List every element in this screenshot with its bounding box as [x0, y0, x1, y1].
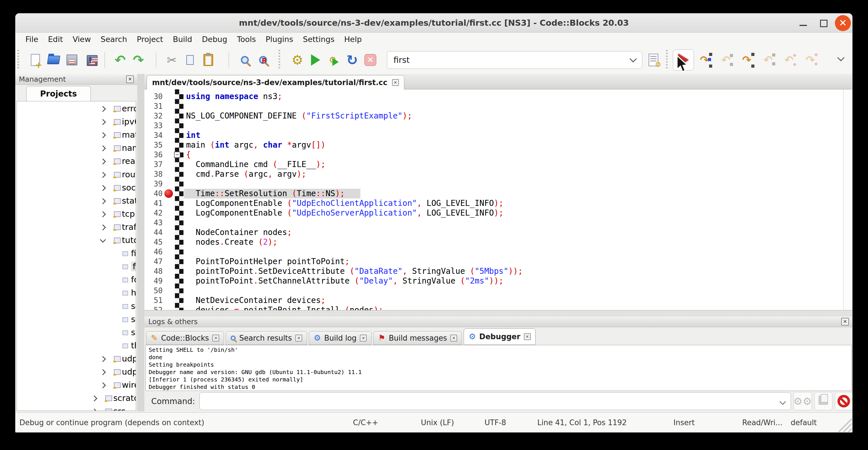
code-line-32[interactable]: 32NS_LOG_COMPONENT_DEFINE ("FirstScriptE…	[144, 111, 843, 121]
build-button[interactable]: ⚙	[289, 52, 306, 68]
tree-chevron-icon[interactable]	[100, 224, 106, 231]
tree-item-stat[interactable]: stat	[17, 195, 136, 208]
tree-chevron-icon[interactable]	[91, 395, 97, 401]
run-button[interactable]	[307, 52, 324, 68]
code-line-50[interactable]: 50	[144, 286, 843, 296]
build-target-select[interactable]: first	[387, 51, 642, 69]
tree-chevron-icon[interactable]	[100, 382, 106, 388]
tree-item-udp-[interactable]: udp-	[17, 366, 136, 379]
code-line-39[interactable]: 39	[144, 179, 843, 189]
code-line-31[interactable]: 31	[144, 101, 843, 111]
editor-tab-first-cc[interactable]: mnt/dev/tools/source/ns-3-dev/examples/t…	[147, 75, 404, 90]
tree-item-scratcl[interactable]: scratcl	[17, 392, 136, 405]
tree-item-ipv6[interactable]: ipv6	[17, 116, 136, 129]
code-line-44[interactable]: 44 NodeContainer nodes;	[144, 228, 843, 237]
various-info-button[interactable]	[814, 392, 832, 410]
log-tab-code-blocks[interactable]: ✎Code::Blocks✕	[146, 331, 224, 345]
tree-chevron-icon[interactable]	[100, 158, 106, 164]
tab-projects[interactable]: Projects	[26, 86, 91, 101]
find-button[interactable]	[237, 52, 253, 68]
log-tab-build-log[interactable]: ⚙Build log✕	[309, 331, 372, 345]
log-tab-close-icon[interactable]: ✕	[212, 335, 219, 341]
code-line-48[interactable]: 48 pointToPoint.SetDeviceAttribute ("Dat…	[144, 266, 843, 276]
undo-button[interactable]: ↶	[112, 52, 128, 68]
menu-plugins[interactable]: Plugins	[261, 35, 298, 44]
run-to-cursor-button[interactable]: ↷	[696, 52, 713, 68]
replace-button[interactable]: R	[255, 52, 271, 68]
code-line-37[interactable]: 37 CommandLine cmd (__FILE__);	[144, 160, 843, 169]
paste-button[interactable]	[200, 52, 217, 68]
log-tab-close-icon[interactable]: ✕	[524, 333, 531, 340]
menu-file[interactable]: File	[21, 35, 43, 44]
tree-chevron-icon[interactable]	[100, 185, 106, 191]
logs-close-icon[interactable]: ✕	[841, 318, 849, 326]
tree-chevron-icon[interactable]	[100, 132, 106, 138]
tree-item-fo[interactable]: fo	[17, 274, 136, 287]
close-icon[interactable]: ✕	[835, 15, 851, 31]
new-file-button[interactable]: +	[27, 52, 44, 68]
code-line-45[interactable]: 45 nodes.Create (2);	[144, 237, 843, 247]
menu-settings[interactable]: Settings	[298, 35, 340, 44]
log-tab-build-messages[interactable]: ⚑Build messages✕	[373, 331, 462, 345]
code-line-51[interactable]: 51 NetDeviceContainer devices;	[144, 296, 843, 305]
panel-splitter[interactable]	[137, 74, 144, 412]
redo-button[interactable]: ↷	[130, 52, 147, 68]
tree-item-rout[interactable]: rout	[17, 169, 136, 182]
abort-button[interactable]: ✕	[362, 52, 379, 68]
tree-item-erro[interactable]: erro	[17, 102, 136, 116]
tree-item-reall[interactable]: reall	[17, 155, 136, 168]
management-close-icon[interactable]: ✕	[126, 76, 134, 83]
log-tab-close-icon[interactable]: ✕	[360, 335, 367, 341]
code-line-42[interactable]: 42 LogComponentEnable ("UdpEchoServerApp…	[144, 208, 843, 218]
step-into-instruction-button[interactable]: ↷	[802, 52, 819, 68]
toolbar-grip[interactable]	[18, 50, 19, 70]
code-line-36[interactable]: 36−{	[144, 150, 843, 160]
tree-item-wire[interactable]: wire	[17, 379, 136, 392]
menu-help[interactable]: Help	[339, 35, 367, 44]
next-line-button[interactable]: ↶	[718, 52, 734, 68]
menu-tools[interactable]: Tools	[232, 35, 261, 44]
save-all-button[interactable]	[82, 52, 98, 68]
tree-chevron-icon[interactable]	[100, 145, 106, 151]
code-line-41[interactable]: 41 LogComponentEnable ("UdpEchoClientApp…	[144, 199, 843, 208]
tree-item-six[interactable]: six	[17, 326, 136, 339]
tree-chevron-icon[interactable]	[100, 198, 106, 204]
next-instruction-button[interactable]: ↶	[781, 52, 797, 68]
log-tab-close-icon[interactable]: ✕	[450, 335, 457, 341]
tree-item-fir[interactable]: fir	[17, 261, 136, 274]
stop-debugger-button[interactable]	[835, 392, 852, 410]
code-editor[interactable]: 30using namespace ns3;3132NS_LOG_COMPONE…	[144, 89, 843, 310]
toolbar-overflow-chevron-icon[interactable]	[837, 54, 844, 61]
save-button[interactable]	[64, 52, 80, 68]
editor-vertical-scrollbar[interactable]	[843, 89, 852, 310]
build-and-run-button[interactable]: ⚙	[326, 52, 342, 68]
tree-item-nam[interactable]: nam	[17, 142, 136, 155]
maximize-icon[interactable]	[820, 20, 828, 27]
log-tab-close-icon[interactable]: ✕	[295, 335, 302, 341]
log-tab-search-results[interactable]: Search results✕	[226, 331, 307, 345]
tree-chevron-icon[interactable]	[100, 369, 106, 375]
tree-item-mat[interactable]: mat	[17, 129, 136, 142]
tree-item-tuto[interactable]: tuto	[17, 234, 136, 247]
tree-chevron-icon[interactable]	[100, 172, 106, 178]
code-line-52[interactable]: 52 devices = pointToPoint.Install (nodes…	[144, 305, 843, 310]
tree-item-se[interactable]: se	[17, 300, 136, 313]
tree-chevron-icon[interactable]	[91, 409, 97, 411]
tree-item-trafl[interactable]: trafl	[17, 221, 136, 234]
tree-item-fif[interactable]: fif	[17, 247, 136, 261]
tree-item-he[interactable]: he	[17, 287, 136, 300]
code-line-38[interactable]: 38 cmd.Parse (argc, argv);	[144, 169, 843, 179]
editor-horizontal-scrollbar[interactable]	[144, 310, 852, 315]
command-combo[interactable]	[199, 392, 791, 410]
tree-item-src[interactable]: src	[17, 405, 136, 411]
code-line-46[interactable]: 46	[144, 247, 843, 257]
toolbar-grip[interactable]	[278, 50, 280, 70]
debugger-log-output[interactable]: Setting SHELL to '/bin/sh'doneSetting br…	[146, 345, 852, 391]
fold-collapse-icon[interactable]: −	[174, 152, 180, 158]
step-into-button[interactable]: ↷	[739, 52, 755, 68]
code-line-43[interactable]: 43	[144, 218, 843, 228]
copy-button[interactable]	[182, 52, 198, 68]
tree-chevron-icon[interactable]	[100, 211, 106, 217]
tree-item-sock[interactable]: sock	[17, 182, 136, 195]
tree-item-th[interactable]: th	[17, 339, 136, 353]
